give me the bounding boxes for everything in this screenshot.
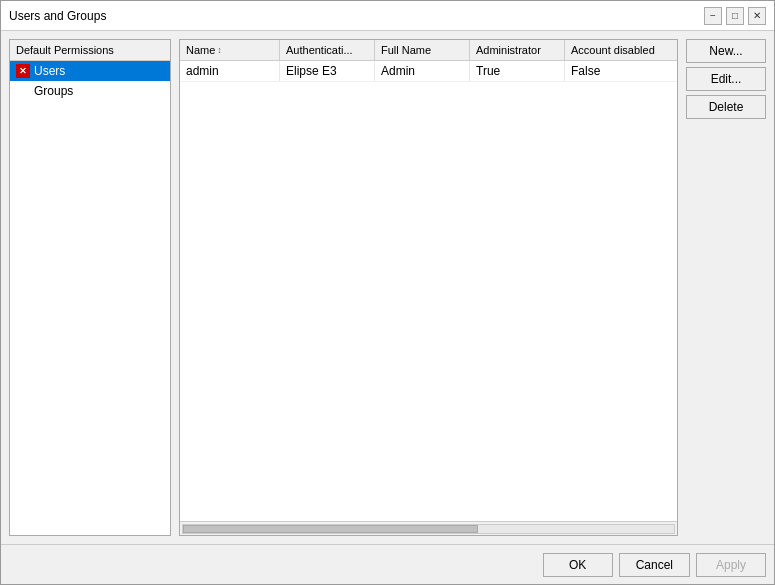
col-header-auth[interactable]: Authenticati... xyxy=(280,40,375,60)
maximize-button[interactable]: □ xyxy=(726,7,744,25)
delete-button[interactable]: Delete xyxy=(686,95,766,119)
col-header-name[interactable]: Name ↕ xyxy=(180,40,280,60)
ok-button[interactable]: OK xyxy=(543,553,613,577)
cell-name: admin xyxy=(180,61,280,81)
title-bar-controls: − □ ✕ xyxy=(704,7,766,25)
main-row: Default Permissions ✕ Users Groups Name xyxy=(9,39,766,536)
sidebar-groups-label: Groups xyxy=(34,84,73,98)
sidebar: Default Permissions ✕ Users Groups xyxy=(9,39,171,536)
groups-icon xyxy=(16,84,30,98)
right-panel: New... Edit... Delete xyxy=(686,39,766,536)
window-title: Users and Groups xyxy=(9,9,106,23)
cancel-button[interactable]: Cancel xyxy=(619,553,690,577)
col-header-disabled[interactable]: Account disabled xyxy=(565,40,677,60)
center-panel: Name ↕ Authenticati... Full Name Adminis… xyxy=(179,39,678,536)
scrollbar-thumb[interactable] xyxy=(183,525,478,533)
cell-fullname: Admin xyxy=(375,61,470,81)
sidebar-users-label: Users xyxy=(34,64,65,78)
minimize-button[interactable]: − xyxy=(704,7,722,25)
cell-disabled: False xyxy=(565,61,677,81)
users-icon: ✕ xyxy=(16,64,30,78)
col-header-fullname[interactable]: Full Name xyxy=(375,40,470,60)
edit-button[interactable]: Edit... xyxy=(686,67,766,91)
scrollbar-track[interactable] xyxy=(182,524,675,534)
table-header: Name ↕ Authenticati... Full Name Adminis… xyxy=(180,40,677,61)
sort-icon: ↕ xyxy=(217,45,222,55)
table-row[interactable]: admin Elipse E3 Admin True False xyxy=(180,61,677,82)
horizontal-scrollbar[interactable] xyxy=(180,521,677,535)
cell-administrator: True xyxy=(470,61,565,81)
col-header-administrator[interactable]: Administrator xyxy=(470,40,565,60)
main-window: Users and Groups − □ ✕ Default Permissio… xyxy=(0,0,775,585)
table-body: admin Elipse E3 Admin True False xyxy=(180,61,677,521)
bottom-bar: OK Cancel Apply xyxy=(1,544,774,584)
cell-auth: Elipse E3 xyxy=(280,61,375,81)
sidebar-item-users[interactable]: ✕ Users xyxy=(10,61,170,81)
close-button[interactable]: ✕ xyxy=(748,7,766,25)
sidebar-header: Default Permissions xyxy=(10,40,170,61)
content-area: Default Permissions ✕ Users Groups Name xyxy=(1,31,774,544)
apply-button[interactable]: Apply xyxy=(696,553,766,577)
new-button[interactable]: New... xyxy=(686,39,766,63)
sidebar-item-groups[interactable]: Groups xyxy=(10,81,170,101)
title-bar: Users and Groups − □ ✕ xyxy=(1,1,774,31)
